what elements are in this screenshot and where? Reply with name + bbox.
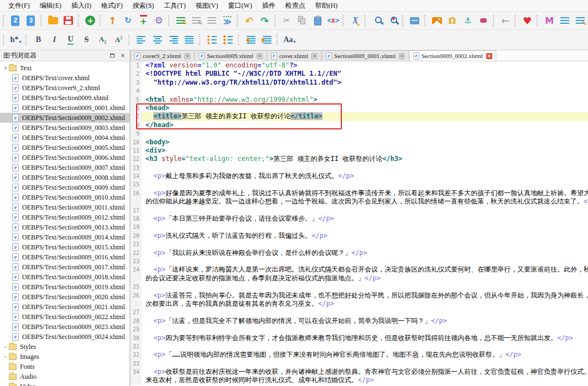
code-line-16[interactable]: 16 <p>好像是因为夏季的成年礼上，我说过不认真祈祷就得不到祝福这件事流传开来…: [131, 189, 588, 197]
menu-item-7[interactable]: 视图(V): [191, 0, 223, 12]
table-of-contents-button[interactable]: [558, 13, 572, 28]
back-disabled-button[interactable]: ←: [498, 13, 512, 28]
editor-tab[interactable]: eSection0009_0002.xhtml×: [409, 50, 496, 61]
search-zoom-button[interactable]: [370, 13, 384, 28]
search-heart-button[interactable]: ♥: [386, 13, 400, 28]
code-line-wrap[interactable]: 次都要出席，去年的我真的就是徒有其名的青衣见习巫女。</p>: [131, 300, 588, 308]
code-line-22[interactable]: 22 <p>「我以前从来没听说在神殿会举行会议，是什么样的会议呢？」</p>: [131, 249, 588, 257]
tree-file-item[interactable]: eOEBPS/Text/Section0009_0024.xhtml: [0, 332, 129, 342]
spellcheck-button[interactable]: ✎: [174, 13, 188, 28]
menu-item-2[interactable]: 编辑(E): [35, 0, 66, 12]
tree-file-item[interactable]: eOEBPS/Text/Section0009_0011.xhtml: [0, 202, 129, 212]
menu-item-3[interactable]: 插入(I): [66, 0, 96, 12]
menu-item-10[interactable]: 检查点: [280, 0, 310, 12]
code-view[interactable]: 1<?xml version="1.0" encoding="utf-8"?>2…: [131, 61, 588, 386]
metadata-editor-button[interactable]: M: [542, 13, 556, 28]
code-line-11[interactable]: 11<div>: [131, 147, 588, 155]
tree-file-item[interactable]: eOEBPS/Text/Section0009.xhtml: [0, 93, 129, 103]
menu-item-9[interactable]: 插件: [257, 0, 280, 12]
favorite-heart-button[interactable]: ♥: [520, 13, 534, 28]
code-line-24[interactable]: 24 <p>「这样说来，罗洁梅茵大人是第一次出席吧。洗礼仪式隔天都会召开会议，决…: [131, 265, 588, 274]
settings-gear-button[interactable]: ⚙: [152, 13, 166, 28]
code-inspector-button[interactable]: <x>: [326, 13, 340, 28]
tree-file-item[interactable]: eOEBPS/Text/Section0009_0014.xhtml: [0, 232, 129, 242]
subscript-button[interactable]: A2: [95, 33, 110, 47]
code-line-33[interactable]: 33: [131, 359, 588, 368]
tree-file-item[interactable]: eOEBPS/Text/Section0009_0004.xhtml: [0, 133, 129, 143]
tree-folder-images[interactable]: ＞Images: [0, 352, 129, 362]
menu-item-4[interactable]: 格式(F): [96, 0, 128, 12]
code-line-1[interactable]: 1<?xml version="1.0" encoding="utf-8"?>: [131, 61, 588, 70]
tree-file-item[interactable]: eOEBPS/Text/Section0009_0016.xhtml: [0, 252, 129, 262]
code-line-13[interactable]: 13: [131, 164, 588, 172]
align-left-button[interactable]: [134, 33, 149, 47]
tree-file-item[interactable]: eOEBPS/Text/Section0009_0006.xhtml: [0, 153, 129, 163]
cut-disabled-button[interactable]: ✂: [280, 13, 294, 28]
tab-close-icon[interactable]: ×: [257, 53, 263, 59]
tree-folder-styles[interactable]: ＞Styles: [0, 342, 129, 352]
tab-close-icon[interactable]: ×: [486, 53, 492, 59]
redo-button[interactable]: ↷: [258, 13, 272, 28]
code-line-10[interactable]: 10<body>: [131, 138, 588, 147]
tree-folder-text[interactable]: ∨Text: [0, 63, 129, 73]
code-line-7[interactable]: 7 <title>第三部 领主的养女II 收获祭的讨论</title>: [131, 112, 588, 121]
bullet-list-button[interactable]: [205, 33, 220, 47]
refresh-button[interactable]: ↻: [121, 13, 135, 28]
text-case-button[interactable]: Aa▾: [282, 33, 297, 47]
chevron-down-icon[interactable]: ∨: [2, 65, 9, 71]
tree-file-item[interactable]: eOEBPS/Text/Section0009_0013.xhtml: [0, 222, 129, 232]
tree-file-item[interactable]: eOEBPS/Text/Section0009_0010.xhtml: [0, 192, 129, 202]
editor-tab[interactable]: eSection0009.xhtml×: [195, 50, 266, 61]
insert-link-button[interactable]: [476, 13, 491, 28]
tree-file-item[interactable]: eOEBPS/Text/Section0009_0020.xhtml: [0, 292, 129, 302]
code-line-wrap[interactable]: 来在农村，居然是收获祭的时候同时举行洗礼仪式、成年礼和结婚仪式。</p>: [131, 376, 588, 384]
tree-file-item[interactable]: eOEBPS/Text/Section0009_0018.xhtml: [0, 272, 129, 282]
tree-file-item[interactable]: eOEBPS/Text/cover.xhtml: [0, 73, 129, 83]
panel-float-button[interactable]: [108, 52, 117, 60]
panel-close-button[interactable]: ✕: [118, 52, 127, 60]
outdent-button[interactable]: [243, 33, 258, 47]
tree-file-item[interactable]: eOEBPS/Text/cover9_2.xhtml: [0, 83, 129, 93]
code-line-19[interactable]: 19: [131, 223, 588, 231]
code-line-21[interactable]: 21: [131, 240, 588, 248]
chevron-right-icon[interactable]: ＞: [2, 353, 9, 361]
tree-folder-fonts[interactable]: Fonts: [0, 362, 129, 372]
code-line-8[interactable]: 8</head>: [131, 121, 588, 129]
tree-folder-audio[interactable]: Audio: [0, 372, 129, 382]
editor-tab[interactable]: ecover9_2.xhtml×: [131, 50, 194, 61]
tree-file-item[interactable]: eOEBPS/Text/Section0009_0007.xhtml: [0, 163, 129, 173]
indent-button[interactable]: [259, 33, 274, 47]
bold-button[interactable]: B: [31, 33, 46, 47]
menu-item-8[interactable]: 窗口(W): [223, 0, 257, 12]
code-line-15[interactable]: 15: [131, 180, 588, 189]
paste-button[interactable]: [310, 13, 325, 28]
menu-item-6[interactable]: 工具(T): [159, 0, 190, 12]
menu-item-11[interactable]: 帮助(H): [310, 0, 343, 12]
code-line-2[interactable]: 2<!DOCTYPE html PUBLIC "-//W3C//DTD XHTM…: [131, 70, 588, 78]
omega-button[interactable]: Ω: [445, 13, 460, 28]
special-characters-button[interactable]: [408, 13, 422, 28]
insert-image-button[interactable]: [430, 13, 444, 28]
add-checkpoint-button[interactable]: +: [136, 13, 150, 28]
code-line-27[interactable]: 27: [131, 308, 588, 316]
code-line-28[interactable]: 28 <p>「法蓝，但是我完全不了解领地内部的情况，可以在会议开始前，简单为我说…: [131, 317, 588, 325]
code-line-31[interactable]: 31: [131, 342, 588, 351]
menu-item-5[interactable]: 搜索(S): [128, 0, 159, 12]
tab-close-icon[interactable]: ×: [399, 53, 405, 59]
align-right-button[interactable]: [166, 33, 181, 47]
code-line-25[interactable]: 25: [131, 283, 588, 291]
code-line-20[interactable]: 20 <p>洗礼仪式隔天，听了法蓝告知的行程，我偏过头。</p>: [131, 232, 588, 240]
code-line-3[interactable]: 3 "http://www.w3.org/TR/xhtml11/DTD/xhtm…: [131, 79, 588, 87]
spellcheck-gray-button[interactable]: ✎: [189, 13, 204, 28]
mark-well-formed-button[interactable]: ≫: [220, 13, 235, 28]
code-line-6[interactable]: 6<head>: [131, 104, 588, 112]
code-line-12[interactable]: 12<h3 style="text-align: center;">第三部 领主…: [131, 155, 588, 163]
code-line-wrap[interactable]: 的会议还要决定收获祭的指派地点，春季则是决定祈福仪式的指派地点。」</p>: [131, 274, 588, 283]
italic-button[interactable]: I: [47, 33, 62, 47]
publish-up-button[interactable]: ↑: [105, 13, 119, 28]
tree-file-item[interactable]: eOEBPS/Text/Section0009_0001.xhtml: [0, 103, 129, 113]
code-line-18[interactable]: 18 <p>「本日第三钟开始要举行会议，请往会议室移步。」</p>: [131, 215, 588, 223]
strikethrough-button[interactable]: S: [79, 33, 94, 47]
code-line-34[interactable]: 34 <p>收获祭是前往农村庆祝这一年来的收获，并向诸神献上感谢的祭典。青衣神官…: [131, 368, 588, 376]
tab-close-icon[interactable]: ×: [184, 53, 190, 59]
